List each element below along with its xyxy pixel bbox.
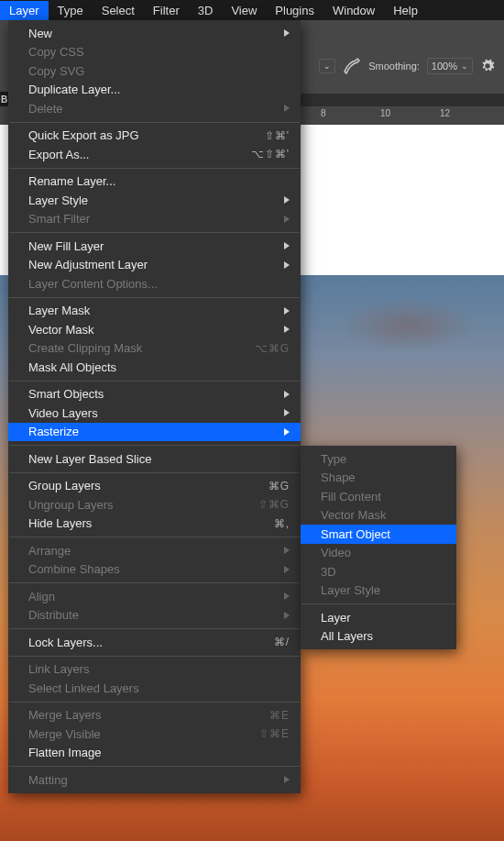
menu-item-label: Mask All Objects <box>28 360 290 374</box>
smoothing-value: 100% <box>432 61 457 72</box>
layer-menu-item-video-layers[interactable]: Video Layers <box>8 404 301 423</box>
menu-item-label: Layer Style <box>28 194 277 207</box>
menu-item-label: Matting <box>28 773 277 787</box>
layer-menu-item-create-clipping-mask: Create Clipping Mask⌥⌘G <box>8 339 301 359</box>
menu-item-label: Layer Style <box>321 583 445 597</box>
smoothing-dropdown[interactable]: 100% ⌄ <box>427 58 473 74</box>
layer-menu-item-link-layers: Link Layers <box>8 660 301 680</box>
menu-separator <box>9 381 300 382</box>
rasterize-item-smart-object[interactable]: Smart Object <box>301 525 456 544</box>
menu-item-label: Flatten Image <box>28 746 290 759</box>
layer-menu-item-vector-mask[interactable]: Vector Mask <box>8 320 301 339</box>
layer-menu-item-new-layer-based-slice[interactable]: New Layer Based Slice <box>8 449 301 469</box>
menu-item-label: Vector Mask <box>28 323 277 337</box>
submenu-arrow-icon <box>284 566 290 573</box>
menu-item-label: Create Clipping Mask <box>28 341 246 355</box>
mode-dropdown[interactable]: ⌄ <box>319 59 335 73</box>
layer-menu-item-hide-layers[interactable]: Hide Layers⌘, <box>8 515 301 534</box>
menu-item-shortcut: ⇧⌘G <box>246 498 290 511</box>
layer-menu-item-quick-export-as-jpg[interactable]: Quick Export as JPG⇧⌘' <box>8 127 301 146</box>
menu-item-label: Vector Mask <box>321 508 445 522</box>
submenu-arrow-icon <box>284 216 290 223</box>
menu-item-shortcut: ⌥⇧⌘' <box>246 148 290 160</box>
layer-menu-item-export-as[interactable]: Export As...⌥⇧⌘' <box>8 145 301 164</box>
layer-menu-item-copy-css: Copy CSS <box>8 43 301 62</box>
rasterize-item-3d: 3D <box>301 562 456 581</box>
menu-item-label: Hide Layers <box>28 516 246 530</box>
layer-menu-item-new-fill-layer[interactable]: New Fill Layer <box>8 237 301 256</box>
layer-menu-item-merge-layers: Merge Layers⌘E <box>8 706 301 725</box>
layer-menu-item-rasterize[interactable]: Rasterize <box>8 423 301 442</box>
menu-separator <box>9 582 300 583</box>
menu-item-label: Smart Filter <box>28 212 277 226</box>
menubar-item-plugins[interactable]: Plugins <box>266 1 323 20</box>
menu-item-label: Distribute <box>28 608 277 622</box>
layer-menu-item-lock-layers[interactable]: Lock Layers...⌘/ <box>8 633 301 652</box>
submenu-arrow-icon <box>284 547 290 554</box>
submenu-arrow-icon <box>284 242 290 249</box>
menu-separator <box>9 445 300 446</box>
menu-item-shortcut: ⌥⌘G <box>246 342 290 355</box>
layer-menu-item-smart-objects[interactable]: Smart Objects <box>8 385 301 404</box>
menubar-item-window[interactable]: Window <box>323 1 384 20</box>
layer-menu: NewCopy CSSCopy SVGDuplicate Layer...Del… <box>8 20 301 793</box>
rasterize-item-fill-content: Fill Content <box>301 487 456 506</box>
menu-separator <box>9 628 300 629</box>
menubar-item-3d[interactable]: 3D <box>189 1 223 20</box>
menu-item-label: Lock Layers... <box>28 636 246 649</box>
layer-menu-item-layer-mask[interactable]: Layer Mask <box>8 302 301 321</box>
layer-menu-item-group-layers[interactable]: Group Layers⌘G <box>8 477 301 496</box>
menubar-item-type[interactable]: Type <box>49 1 93 20</box>
menu-item-label: New Adjustment Layer <box>28 258 277 271</box>
menu-separator <box>9 168 300 169</box>
menu-item-label: New <box>28 27 277 40</box>
rasterize-item-video: Video <box>301 544 456 563</box>
pressure-icon[interactable] <box>343 57 361 75</box>
rasterize-item-all-layers[interactable]: All Layers <box>301 627 456 647</box>
layer-menu-item-layer-style[interactable]: Layer Style <box>8 191 301 210</box>
ruler-mark: 12 <box>440 108 450 118</box>
submenu-arrow-icon <box>284 326 290 333</box>
menu-item-label: Group Layers <box>28 479 246 492</box>
layer-menu-item-new[interactable]: New <box>8 24 301 43</box>
rasterize-item-layer-style: Layer Style <box>301 581 456 601</box>
menubar-item-help[interactable]: Help <box>384 1 427 20</box>
menu-item-label: Video Layers <box>28 406 277 420</box>
menubar-item-filter[interactable]: Filter <box>144 1 189 20</box>
submenu-arrow-icon <box>284 409 290 416</box>
menu-item-label: New Layer Based Slice <box>28 452 290 466</box>
menu-item-label: Shape <box>321 470 445 484</box>
bottom-edge <box>0 841 504 852</box>
submenu-arrow-icon <box>284 105 290 112</box>
menu-item-label: Merge Layers <box>28 708 246 722</box>
menu-item-label: Merge Visible <box>28 727 246 741</box>
menubar-item-select[interactable]: Select <box>93 1 144 20</box>
submenu-arrow-icon <box>284 261 290 269</box>
rasterize-item-vector-mask: Vector Mask <box>301 506 456 526</box>
layer-menu-item-duplicate-layer[interactable]: Duplicate Layer... <box>8 81 301 100</box>
menu-item-shortcut: ⇧⌘E <box>246 727 290 740</box>
menu-item-label: Duplicate Layer... <box>28 83 290 96</box>
submenu-arrow-icon <box>284 592 290 600</box>
rasterize-item-layer[interactable]: Layer <box>301 608 456 627</box>
gear-icon[interactable] <box>480 59 495 73</box>
layer-menu-item-rename-layer[interactable]: Rename Layer... <box>8 172 301 192</box>
menu-item-label: Smart Objects <box>28 387 277 401</box>
menu-item-label: Smart Object <box>321 527 445 541</box>
menu-item-label: Rasterize <box>28 425 277 438</box>
menu-item-label: Select Linked Layers <box>28 681 290 695</box>
menubar-item-layer[interactable]: Layer <box>0 1 49 20</box>
layer-menu-item-mask-all-objects[interactable]: Mask All Objects <box>8 358 301 377</box>
menu-item-label: Layer Content Options... <box>28 277 290 291</box>
menu-separator <box>9 122 300 123</box>
layer-menu-item-flatten-image[interactable]: Flatten Image <box>8 744 301 763</box>
menu-item-label: Copy SVG <box>28 64 290 78</box>
layer-menu-item-new-adjustment-layer[interactable]: New Adjustment Layer <box>8 256 301 275</box>
ruler-mark: 10 <box>380 108 390 118</box>
layer-menu-item-arrange: Arrange <box>8 541 301 560</box>
menu-item-label: Rename Layer... <box>28 174 290 188</box>
rasterize-item-shape: Shape <box>301 469 456 488</box>
menu-item-label: Arrange <box>28 544 277 558</box>
menu-item-shortcut: ⇧⌘' <box>246 129 290 142</box>
menubar-item-view[interactable]: View <box>222 1 266 20</box>
